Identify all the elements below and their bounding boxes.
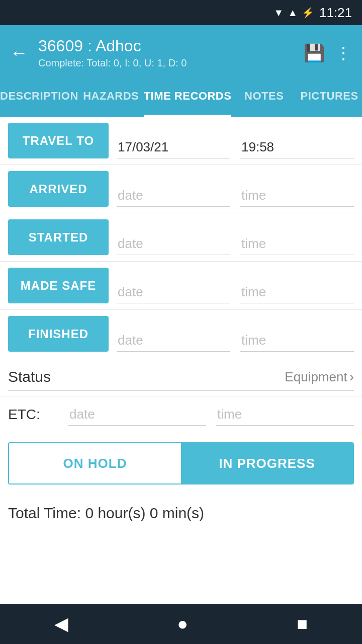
tab-time-records[interactable]: TIME RECORDS [144, 80, 232, 117]
etc-date-input[interactable] [68, 405, 206, 426]
started-time-field [240, 234, 354, 255]
travel-to-row: TRAVEL TO [0, 117, 362, 165]
arrived-row: ARRIVED [0, 165, 362, 213]
nav-back-button[interactable]: ◀ [54, 613, 68, 634]
battery-icon: ⚡ [302, 7, 314, 19]
status-section: Status Equipment › [0, 358, 362, 396]
etc-label: ETC: [8, 407, 58, 426]
nav-home-button[interactable]: ● [177, 613, 188, 634]
arrived-time-field [240, 186, 354, 207]
made-safe-date-field [117, 282, 230, 303]
finished-time-field [240, 331, 354, 352]
started-time-input[interactable] [240, 234, 354, 255]
nav-bar: ◀ ● ■ [0, 604, 362, 644]
finished-row: FINISHED [0, 310, 362, 358]
tab-description[interactable]: DESCRIPTION [0, 80, 78, 117]
status-bar: ▼ ▲ ⚡ 11:21 [0, 0, 362, 25]
started-button[interactable]: STARTED [8, 219, 109, 255]
arrived-date-field [117, 186, 230, 207]
total-time-row: Total Time: 0 hour(s) 0 min(s) [0, 493, 362, 534]
tab-bar: DESCRIPTION HAZARDS TIME RECORDS NOTES P… [0, 80, 362, 117]
made-safe-time-input[interactable] [240, 282, 354, 303]
tab-pictures[interactable]: PICTURES [297, 80, 362, 117]
save-button[interactable]: 💾 [304, 43, 325, 63]
status-row: Status Equipment › [8, 368, 354, 391]
status-icons: ▼ ▲ ⚡ [274, 7, 314, 19]
travel-to-fields [117, 123, 354, 158]
toolbar: ← 36609 : Adhoc Complete: Total: 0, I: 0… [0, 25, 362, 80]
status-toggle-row: ON HOLD IN PROGRESS [8, 442, 354, 485]
on-hold-button[interactable]: ON HOLD [9, 443, 181, 484]
started-date-field [117, 234, 230, 255]
etc-time-field [216, 405, 354, 426]
finished-date-input[interactable] [117, 331, 230, 352]
menu-button[interactable]: ⋮ [335, 43, 352, 63]
tab-hazards[interactable]: HAZARDS [78, 80, 144, 117]
tab-notes[interactable]: NOTES [231, 80, 297, 117]
travel-to-date-field [117, 137, 230, 158]
arrived-time-input[interactable] [240, 186, 354, 207]
equipment-label: Equipment [285, 369, 347, 385]
travel-to-time-field [240, 137, 354, 158]
status-time: 11:21 [319, 5, 352, 21]
equipment-link[interactable]: Equipment › [285, 369, 354, 385]
main-content: TRAVEL TO ARRIVED STARTED [0, 117, 362, 534]
status-label: Status [8, 368, 51, 385]
travel-to-button[interactable]: TRAVEL TO [8, 123, 109, 158]
chevron-right-icon: › [349, 369, 354, 385]
etc-fields [68, 405, 354, 426]
finished-button[interactable]: FINISHED [8, 316, 109, 352]
etc-date-field [68, 405, 206, 426]
made-safe-time-field [240, 282, 354, 303]
made-safe-date-input[interactable] [117, 282, 230, 303]
finished-fields [117, 316, 354, 352]
finished-date-field [117, 331, 230, 352]
made-safe-fields [117, 268, 354, 303]
started-date-input[interactable] [117, 234, 230, 255]
wifi-icon: ▼ [274, 7, 284, 19]
back-button[interactable]: ← [10, 42, 28, 63]
nav-recent-button[interactable]: ■ [297, 613, 308, 634]
in-progress-button[interactable]: IN PROGRESS [181, 443, 353, 484]
toolbar-title: 36609 : Adhoc [38, 37, 294, 55]
etc-section: ETC: [0, 396, 362, 434]
started-fields [117, 219, 354, 255]
etc-time-input[interactable] [216, 405, 354, 426]
made-safe-button[interactable]: MADE SAFE [8, 268, 109, 303]
travel-to-time-input[interactable] [240, 137, 354, 158]
signal-icon: ▲ [288, 7, 298, 19]
total-time-text: Total Time: 0 hour(s) 0 min(s) [8, 505, 204, 521]
travel-to-date-input[interactable] [117, 137, 230, 158]
toolbar-title-block: 36609 : Adhoc Complete: Total: 0, I: 0, … [38, 37, 294, 69]
toolbar-actions: 💾 ⋮ [304, 43, 352, 63]
toolbar-subtitle: Complete: Total: 0, I: 0, U: 1, D: 0 [38, 57, 294, 69]
made-safe-row: MADE SAFE [0, 262, 362, 310]
finished-time-input[interactable] [240, 331, 354, 352]
started-row: STARTED [0, 213, 362, 262]
etc-row: ETC: [8, 405, 354, 426]
arrived-button[interactable]: ARRIVED [8, 171, 109, 207]
arrived-fields [117, 171, 354, 207]
arrived-date-input[interactable] [117, 186, 230, 207]
